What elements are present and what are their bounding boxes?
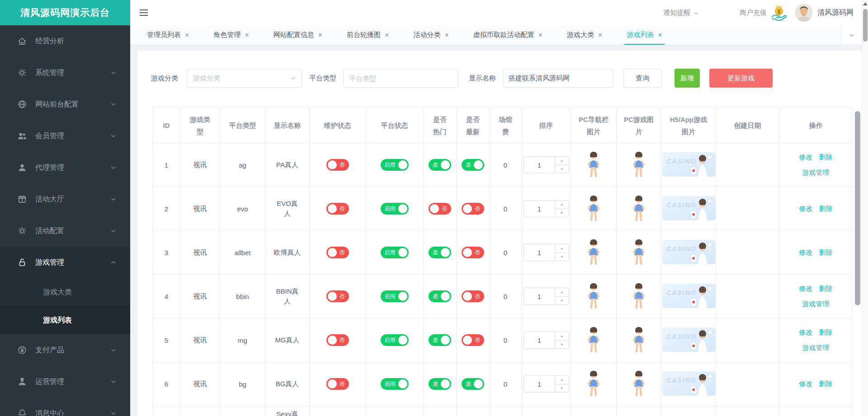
sidebar-item-7[interactable]: 游戏管理 [0, 247, 130, 278]
platform-status-toggle[interactable]: 启用 [381, 247, 409, 258]
sort-input[interactable]: 1▲▼ [524, 375, 569, 393]
sidebar-subitem[interactable]: 游戏列表 [0, 306, 130, 334]
h5-banner-image[interactable]: CASINO [662, 302, 716, 309]
maintain-status-toggle[interactable]: 否 [326, 290, 349, 302]
maintain-status-toggle[interactable]: 否 [326, 203, 349, 215]
game-manage-link[interactable]: 游戏管理 [802, 300, 830, 308]
tab-5[interactable]: 虚拟币取款活动配置 × [461, 25, 555, 45]
tab-2[interactable]: 网站配置信息 × [261, 25, 335, 45]
add-button[interactable]: 新增 [675, 69, 700, 88]
decrease-icon[interactable]: ▼ [555, 341, 568, 349]
platform-status-toggle[interactable]: 启用 [381, 334, 409, 346]
latest-toggle[interactable]: 是 [462, 159, 484, 171]
pc-nav-image[interactable] [583, 303, 604, 310]
sidebar-item-3[interactable]: 会员管理 [0, 120, 130, 152]
merchant-recharge-button[interactable]: 商户充值 $ [740, 4, 788, 21]
sidebar-item-2[interactable]: 网站前台配置 [0, 89, 130, 120]
delete-link[interactable]: 删除 [819, 285, 833, 292]
user-avatar[interactable] [795, 4, 813, 22]
sort-input[interactable]: 1▲▼ [524, 156, 569, 173]
pc-game-image[interactable] [628, 215, 649, 223]
latest-toggle[interactable]: 否 [462, 334, 484, 346]
increase-icon[interactable]: ▲ [555, 157, 568, 165]
sidebar-item-0[interactable]: 经营分析 [0, 25, 130, 57]
delete-link[interactable]: 删除 [819, 380, 833, 388]
increase-icon[interactable]: ▲ [555, 332, 568, 341]
h5-banner-image[interactable]: CASINO [662, 389, 716, 397]
sidebar-item-9[interactable]: 运营管理 [0, 366, 130, 397]
username-label[interactable]: 清风源码网 [817, 8, 854, 18]
display-name-input[interactable] [503, 69, 613, 88]
increase-icon[interactable]: ▲ [555, 244, 568, 253]
sidebar-item-1[interactable]: 系统管理 [0, 57, 130, 89]
close-icon[interactable]: × [185, 32, 189, 39]
increase-icon[interactable]: ▲ [555, 201, 568, 209]
latest-toggle[interactable]: 否 [462, 203, 484, 215]
edit-link[interactable]: 修改 [799, 328, 813, 336]
increase-icon[interactable]: ▲ [555, 376, 568, 384]
edit-link[interactable]: 修改 [799, 285, 813, 292]
page-scrollbar[interactable] [862, 0, 868, 416]
close-icon[interactable]: × [444, 32, 448, 39]
pc-game-image[interactable] [628, 346, 649, 354]
latest-toggle[interactable]: 否 [462, 247, 484, 258]
pc-game-image[interactable] [628, 259, 649, 266]
h5-banner-image[interactable]: CASINO [662, 258, 716, 266]
update-games-button[interactable]: 更新游戏 [709, 69, 773, 88]
pc-nav-image[interactable] [583, 171, 604, 179]
close-icon[interactable]: × [245, 32, 249, 39]
notify-dropdown[interactable]: 通知提醒 [663, 9, 699, 17]
search-button[interactable]: 查询 [623, 69, 662, 88]
decrease-icon[interactable]: ▼ [555, 209, 568, 217]
scroll-up-arrow-icon[interactable] [863, 2, 868, 5]
maintain-status-toggle[interactable]: 否 [326, 247, 349, 258]
sort-input[interactable]: 1▲▼ [524, 332, 569, 349]
delete-link[interactable]: 删除 [819, 328, 833, 336]
hot-toggle[interactable]: 是 [429, 378, 451, 390]
maintain-status-toggle[interactable]: 否 [326, 334, 349, 346]
category-select[interactable]: 游戏分类 [187, 69, 302, 88]
close-icon[interactable]: × [318, 32, 322, 39]
close-icon[interactable]: × [598, 32, 602, 39]
pc-nav-image[interactable] [583, 346, 604, 354]
sort-input[interactable]: 1▲▼ [524, 244, 569, 261]
maintain-status-toggle[interactable]: 否 [326, 378, 349, 390]
platform-status-toggle[interactable]: 启用 [381, 290, 409, 302]
sidebar-item-5[interactable]: 活动大厅 [0, 183, 130, 215]
platform-status-toggle[interactable]: 启用 [381, 159, 409, 171]
close-icon[interactable]: × [538, 32, 542, 39]
decrease-icon[interactable]: ▼ [555, 253, 568, 261]
latest-toggle[interactable]: 否 [462, 290, 484, 302]
game-manage-link[interactable]: 游戏管理 [802, 344, 830, 351]
tab-overflow-dropdown[interactable] [841, 25, 862, 45]
pc-game-image[interactable] [628, 303, 649, 310]
platform-status-toggle[interactable]: 启用 [381, 203, 409, 215]
tab-6[interactable]: 游戏大类 × [555, 25, 614, 45]
pc-nav-image[interactable] [583, 390, 604, 398]
increase-icon[interactable]: ▲ [555, 288, 568, 297]
edit-link[interactable]: 修改 [799, 205, 813, 212]
hot-toggle[interactable]: 是 [429, 247, 451, 258]
hot-toggle[interactable]: 是 [429, 334, 451, 346]
tab-1[interactable]: 角色管理 × [201, 25, 261, 45]
sort-input[interactable]: 1▲▼ [524, 288, 569, 305]
maintain-status-toggle[interactable]: 否 [326, 159, 349, 171]
delete-link[interactable]: 删除 [819, 248, 833, 256]
tab-0[interactable]: 管理员列表 × [135, 25, 201, 45]
pc-nav-image[interactable] [583, 259, 604, 266]
tab-4[interactable]: 活动分类 × [401, 25, 461, 45]
tab-7[interactable]: 游戏列表 × [614, 25, 674, 45]
decrease-icon[interactable]: ▼ [555, 165, 568, 173]
sidebar-item-10[interactable]: 消息中心 [0, 397, 130, 416]
h5-banner-image[interactable]: CASINO [662, 214, 716, 222]
table-scrollbar-thumb[interactable] [855, 111, 860, 305]
edit-link[interactable]: 修改 [799, 153, 813, 161]
decrease-icon[interactable]: ▼ [555, 384, 568, 393]
close-icon[interactable]: × [385, 32, 389, 39]
platform-input[interactable] [343, 69, 458, 88]
hot-toggle[interactable]: 是 [429, 159, 451, 171]
hot-toggle[interactable]: 否 [429, 203, 451, 215]
decrease-icon[interactable]: ▼ [555, 297, 568, 305]
platform-status-toggle[interactable]: 启用 [381, 378, 409, 390]
sort-input[interactable]: 1▲▼ [524, 200, 569, 217]
